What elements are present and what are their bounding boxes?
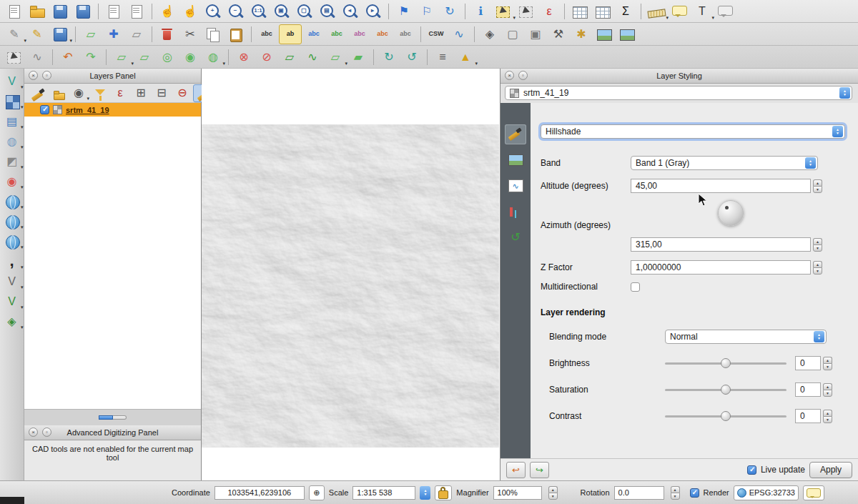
filter-legend-icon[interactable]: [90, 85, 109, 102]
zfactor-stepper[interactable]: ▲▼: [813, 261, 822, 275]
add-virtual-layer-icon[interactable]: V▾: [2, 272, 22, 290]
azimuth-stepper[interactable]: ▲▼: [813, 238, 822, 252]
rotation-input[interactable]: 0.0: [614, 486, 664, 500]
label-abc-orange-icon[interactable]: abc: [372, 25, 393, 44]
new-bookmark-icon[interactable]: ⚑: [393, 2, 415, 21]
map-view-2-icon[interactable]: [616, 25, 638, 44]
add-part-icon[interactable]: ◉: [179, 48, 201, 66]
project-save-as-icon[interactable]: [72, 2, 94, 21]
dropdown-arrow-icon[interactable]: ▾: [21, 164, 24, 170]
apply-button[interactable]: Apply: [809, 462, 852, 478]
add-wms-layer-icon[interactable]: ▾: [2, 192, 22, 210]
style-redo-button[interactable]: ↪: [530, 462, 549, 478]
manage-themes-icon[interactable]: ◉▾: [69, 85, 88, 102]
zoom-next-icon[interactable]: ▸: [363, 2, 384, 21]
new-print-composer-icon[interactable]: [103, 2, 124, 21]
slider-track[interactable]: [665, 389, 786, 391]
layer-visibility-checkbox[interactable]: [40, 105, 49, 114]
altitude-spinbox[interactable]: 45,00: [631, 179, 811, 193]
html-annotation-icon[interactable]: [714, 2, 736, 21]
zoom-last-icon[interactable]: ◂: [340, 2, 361, 21]
histogram-tab-icon[interactable]: ∿: [505, 176, 526, 196]
new-shapefile-layer-icon[interactable]: V▾: [2, 292, 22, 310]
close-icon[interactable]: ×: [29, 428, 38, 437]
undo-icon[interactable]: ↶: [57, 48, 79, 66]
float-icon[interactable]: ▫: [518, 71, 528, 80]
label-abc-green-icon[interactable]: abc: [326, 25, 347, 44]
delete-selected-icon[interactable]: [157, 25, 178, 44]
current-edits-icon[interactable]: ✎▾: [4, 25, 25, 44]
extent-rectangle-icon[interactable]: ▣: [525, 25, 546, 44]
metasearch-csw-icon[interactable]: CSW: [425, 25, 447, 44]
slider-stepper[interactable]: ▲▼: [823, 410, 832, 423]
deselect-features-icon[interactable]: [516, 2, 537, 21]
cad-tools-icon[interactable]: [4, 48, 25, 66]
cut-features-icon[interactable]: ✂: [179, 25, 201, 44]
combo-arrows-icon[interactable]: ▲▼: [839, 87, 850, 99]
dropdown-arrow-icon[interactable]: ▾: [87, 96, 89, 102]
project-new-icon[interactable]: [4, 2, 25, 21]
show-bookmarks-icon[interactable]: ⚐: [416, 2, 438, 21]
label-toolbar-active-icon[interactable]: ab: [279, 24, 302, 44]
offset-curve-icon[interactable]: ∿: [302, 48, 323, 66]
move-feature-icon[interactable]: ✚: [103, 25, 124, 44]
rotate-feature-icon[interactable]: ▱▾: [111, 48, 132, 66]
add-wfs-layer-icon[interactable]: ▾: [2, 232, 22, 250]
map-tips-icon[interactable]: [669, 2, 690, 21]
dropdown-arrow-icon[interactable]: ▾: [21, 184, 24, 190]
multidirectional-checkbox[interactable]: [631, 282, 640, 292]
rotation-stepper[interactable]: ▲▼: [671, 486, 680, 500]
add-feature-icon[interactable]: ▱: [80, 25, 102, 44]
close-icon[interactable]: ×: [505, 71, 514, 80]
reshape-features-icon[interactable]: ▱: [279, 48, 300, 66]
select-features-icon[interactable]: ▾: [493, 2, 514, 21]
slider-thumb[interactable]: [721, 385, 731, 395]
rotate-point-symbols-icon[interactable]: ↻: [378, 48, 400, 66]
composer-manager-icon[interactable]: [126, 2, 147, 21]
snapping-options-icon[interactable]: ≡: [432, 48, 453, 66]
dropdown-arrow-icon[interactable]: ▾: [21, 104, 24, 110]
split-features-icon[interactable]: ▱▾: [325, 48, 346, 66]
dropdown-arrow-icon[interactable]: ▾: [21, 325, 24, 330]
add-delimited-text-layer-icon[interactable]: ,▾: [2, 252, 22, 270]
dropdown-arrow-icon[interactable]: ▾: [21, 204, 24, 210]
pan-to-selection-icon[interactable]: ☝: [179, 2, 201, 21]
georeferencer-icon[interactable]: ⚒: [548, 25, 569, 44]
add-wcs-layer-icon[interactable]: ▾: [2, 212, 22, 230]
transparency-tab-icon[interactable]: [505, 150, 526, 170]
toggle-editing-icon[interactable]: ✎: [26, 25, 48, 44]
zoom-to-selection-icon[interactable]: ▢: [294, 2, 315, 21]
color-rendering-tab-icon[interactable]: [505, 202, 526, 222]
tab-browser-panel[interactable]: [113, 415, 127, 420]
coordinate-input[interactable]: 1033541,6239106: [214, 486, 305, 500]
dropdown-arrow-icon[interactable]: ▾: [21, 144, 24, 150]
slider-stepper[interactable]: ▲▼: [823, 357, 832, 370]
statistical-summary-icon[interactable]: Σ: [615, 2, 636, 21]
field-calculator-icon[interactable]: [592, 2, 613, 21]
add-oracle-layer-icon[interactable]: ◉▾: [2, 172, 22, 190]
slider-thumb[interactable]: [721, 411, 731, 421]
filter-expression-icon[interactable]: ε: [111, 85, 129, 102]
dropdown-arrow-icon[interactable]: ▾: [21, 84, 24, 90]
extent-toggle-icon[interactable]: ⊕: [309, 485, 325, 500]
combo-arrows-icon[interactable]: ▲▼: [832, 126, 843, 137]
map-refresh-icon[interactable]: ↻: [439, 2, 460, 21]
epsg-button[interactable]: EPSG:32733: [734, 485, 799, 500]
text-annotation-icon[interactable]: T▾: [691, 2, 713, 21]
add-group-icon[interactable]: [49, 85, 67, 102]
add-ring-icon[interactable]: ◎: [157, 48, 178, 66]
add-raster-layer-icon[interactable]: ▾: [2, 92, 22, 110]
slider-spinbox[interactable]: 0: [795, 356, 821, 370]
log-messages-button[interactable]: [803, 485, 824, 500]
blending-combo[interactable]: Normal ▲▼: [665, 330, 827, 344]
paste-features-icon[interactable]: [225, 25, 247, 44]
redo-icon[interactable]: ↷: [80, 48, 102, 66]
symbology-tab-icon[interactable]: [505, 124, 526, 144]
dropdown-arrow-icon[interactable]: ▾: [21, 265, 24, 270]
offset-point-symbol-icon[interactable]: ↺: [401, 48, 423, 66]
attribute-table-icon[interactable]: [569, 2, 591, 21]
scale-input[interactable]: 1:315 538: [352, 486, 415, 500]
azimuth-spinbox[interactable]: 315,00: [631, 237, 811, 252]
map-canvas[interactable]: [202, 69, 500, 480]
history-tab-icon[interactable]: ↺: [505, 227, 526, 247]
